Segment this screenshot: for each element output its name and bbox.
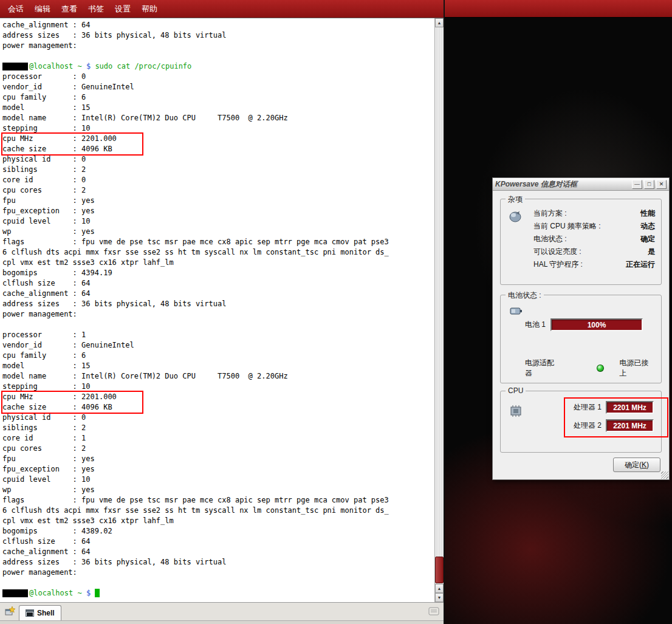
scroll-down-icon[interactable]: ▼ xyxy=(435,593,444,602)
terminal-line: cpu MHz : 2201.000 xyxy=(2,392,142,402)
dialog-title: KPowersave 信息对话框 xyxy=(495,179,630,190)
dialog-titlebar[interactable]: KPowersave 信息对话框 — □ ✕ xyxy=(493,178,669,191)
prompt-host: @localhost ~ xyxy=(29,62,86,70)
terminal-line: physical id : 0 xyxy=(2,413,434,423)
close-icon[interactable]: ✕ xyxy=(656,180,667,189)
menu-item-bookmarks[interactable]: 书签 xyxy=(83,0,109,18)
terminal-line: cpu MHz : 2201.000 xyxy=(2,134,142,144)
scrollbar-track[interactable] xyxy=(435,27,444,584)
terminal-line: cpuid level : 10 xyxy=(2,475,434,485)
scroll-up-icon-bottom[interactable]: ▲ xyxy=(435,584,444,593)
terminal-line: model : 15 xyxy=(2,103,434,113)
misc-row: HAL 守护程序 : 正在运行 xyxy=(533,258,655,271)
cpuinfo-highlight-annotation: cpu MHz : 2201.000cache size : 4096 KB xyxy=(2,392,142,413)
terminal-line: address sizes : 36 bits physical, 48 bit… xyxy=(2,30,434,41)
terminal-line: siblings : 2 xyxy=(2,165,434,175)
ok-label-key: K xyxy=(642,461,646,469)
desktop-top-band xyxy=(445,0,672,18)
terminal-line: flags : fpu vme de pse tsc msr pae mce c… xyxy=(2,237,434,247)
terminal-line: wp : yes xyxy=(2,485,434,495)
terminal-line: flags : fpu vme de pse tsc msr pae mce c… xyxy=(2,495,434,506)
prompt-symbol: $ xyxy=(86,589,95,597)
cpu-frequency-bar: 2201 MHz xyxy=(606,401,654,414)
misc-row: 可以设定亮度 : 是 xyxy=(533,245,655,258)
battery-label: 电池 1 xyxy=(525,320,546,330)
dialog-resize-grip[interactable] xyxy=(661,471,668,479)
new-session-star-icon xyxy=(4,606,15,617)
terminal-line: siblings : 2 xyxy=(2,423,434,433)
misc-group: 杂项 当前方案 : 性能 当前 CPU 频率策略 : 动态 电池状态 : 确定 xyxy=(500,199,662,285)
session-list-icon[interactable] xyxy=(426,603,442,619)
menu-item-session[interactable]: 会话 xyxy=(2,0,29,18)
kpowersave-dialog: KPowersave 信息对话框 — □ ✕ 杂项 当前方案 : 性能 当前 C… xyxy=(492,177,670,480)
ok-label-post: ) xyxy=(646,461,649,469)
tab-bar: Shell xyxy=(0,602,444,620)
processor-label: 处理器 2 xyxy=(574,420,602,431)
terminal-line: stepping : 10 xyxy=(2,382,434,392)
misc-value: 是 xyxy=(648,247,655,257)
terminal-line xyxy=(2,51,434,61)
misc-row: 电池状态 : 确定 xyxy=(533,233,655,245)
menu-item-settings[interactable]: 设置 xyxy=(109,0,136,18)
terminal-line: model name : Intel(R) Core(TM)2 Duo CPU … xyxy=(2,371,434,382)
tab-shell-label: Shell xyxy=(37,609,55,617)
misc-label: HAL 守护程序 : xyxy=(533,259,583,270)
processor-label: 处理器 1 xyxy=(574,402,602,413)
minimize-icon[interactable]: — xyxy=(632,180,642,189)
terminal-scrollbar[interactable]: ▲ ▲ ▼ xyxy=(434,18,444,602)
terminal-line: 6 clflush dts acpi mmx fxsr sse sse2 ss … xyxy=(2,247,434,258)
terminal-line: bogomips : 4394.19 xyxy=(2,268,434,278)
scroll-up-icon[interactable]: ▲ xyxy=(435,18,444,27)
terminal-line: cpu family : 6 xyxy=(2,351,434,361)
cpu-frequency-value: 2201 MHz xyxy=(613,422,646,430)
terminal-line: model : 15 xyxy=(2,361,434,371)
terminal-line: address sizes : 36 bits physical, 48 bit… xyxy=(2,557,434,567)
terminal-line: power management: xyxy=(2,567,434,578)
terminal-line: cache size : 4096 KB xyxy=(2,144,142,154)
terminal-line: cpl vmx est tm2 ssse3 cx16 xtpr lahf_lm xyxy=(2,516,434,526)
censored-username xyxy=(2,63,28,70)
menu-item-edit[interactable]: 编辑 xyxy=(29,0,56,18)
misc-row: 当前 CPU 频率策略 : 动态 xyxy=(533,220,655,233)
battery-row: 电池 1 100% xyxy=(525,318,653,331)
ok-button[interactable]: 确定(K) xyxy=(613,458,660,472)
terminal-line: core id : 1 xyxy=(2,433,434,444)
terminal-line: cpuid level : 10 xyxy=(2,216,434,227)
misc-value: 正在运行 xyxy=(626,259,655,270)
misc-value: 动态 xyxy=(640,221,655,231)
maximize-icon[interactable]: □ xyxy=(644,180,654,189)
terminal-line: stepping : 10 xyxy=(2,123,434,134)
tab-shell[interactable]: Shell xyxy=(19,605,61,620)
terminal-line: cache_alignment : 64 xyxy=(2,20,434,30)
new-session-icon[interactable] xyxy=(2,603,18,619)
ok-label-pre: 确定( xyxy=(625,461,642,469)
battery-percent: 100% xyxy=(588,321,606,329)
terminal-line: fpu : yes xyxy=(2,454,434,464)
terminal-line: model name : Intel(R) Core(TM)2 Duo CPU … xyxy=(2,113,434,123)
terminal-line: core id : 0 xyxy=(2,175,434,185)
misc-value: 确定 xyxy=(640,234,655,244)
terminal-line: power management: xyxy=(2,41,434,51)
menu-item-help[interactable]: 帮助 xyxy=(136,0,163,18)
menu-item-view[interactable]: 查看 xyxy=(56,0,83,18)
terminal-line: cache_alignment : 64 xyxy=(2,289,434,299)
adapter-status: 电源已接上 xyxy=(620,358,653,379)
cpu-row: 处理器 1 2201 MHz xyxy=(574,401,654,414)
misc-label: 可以设定亮度 : xyxy=(533,247,581,257)
session-list-glyph xyxy=(428,606,439,616)
terminal-line: fpu_exception : yes xyxy=(2,464,434,475)
cpu-frequency-bar: 2201 MHz xyxy=(606,419,654,432)
terminal-line xyxy=(2,320,434,330)
scrollbar-thumb[interactable] xyxy=(435,557,444,583)
terminal-icon xyxy=(26,609,34,617)
terminal-line: fpu_exception : yes xyxy=(2,206,434,216)
terminal-line: address sizes : 36 bits physical, 48 bit… xyxy=(2,299,434,309)
terminal-output[interactable]: cache_alignment : 64address sizes : 36 b… xyxy=(0,18,434,602)
window-frame-bottom xyxy=(0,620,444,624)
terminal-line xyxy=(2,578,434,588)
terminal-line: cpu cores : 2 xyxy=(2,185,434,196)
terminal-prompt-line: @localhost ~ $ sudo cat /proc/cpuinfo xyxy=(2,61,434,72)
menu-bar: 会话 编辑 查看 书签 设置 帮助 xyxy=(0,0,444,18)
censored-username xyxy=(2,589,28,597)
adapter-row: 电源适配器 电源已接上 xyxy=(525,358,653,379)
